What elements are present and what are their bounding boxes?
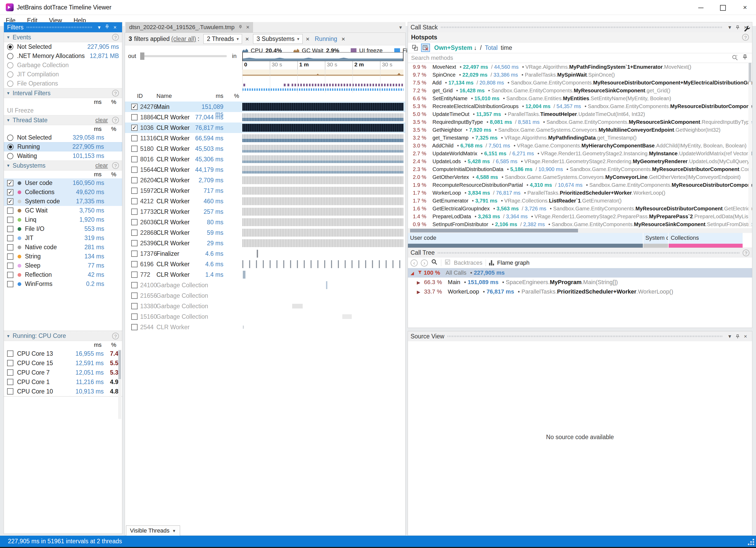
- interval-filters-section-header[interactable]: ▾ Interval Filters ?: [4, 88, 122, 98]
- sort-total-link[interactable]: Total: [485, 44, 498, 51]
- hotspot-row[interactable]: 6.6 % SetEntityName 15,010 ms Sandbox.Ga…: [408, 94, 752, 102]
- radio-button[interactable]: [7, 135, 13, 141]
- pin-icon[interactable]: [734, 24, 742, 30]
- subsystem-row[interactable]: WinForms 0.2 ms: [4, 279, 122, 288]
- thread-checkbox[interactable]: [131, 125, 138, 131]
- visible-threads-button[interactable]: Visible Threads ▼: [126, 525, 180, 536]
- hotspot-row[interactable]: 3.5 % GetNeighbor 7,920 ms Sandbox.Game.…: [408, 126, 752, 134]
- pin-icon[interactable]: [103, 24, 111, 30]
- thread-checkbox[interactable]: [131, 198, 138, 204]
- checkbox[interactable]: [7, 388, 13, 394]
- cpu-core-row[interactable]: CPU Core 13 16,955 ms 7.4: [4, 349, 122, 358]
- follow-stack-icon[interactable]: [411, 44, 419, 52]
- collapse-icon[interactable]: ▾: [7, 117, 9, 123]
- subsystem-row[interactable]: System code 17,335 ms: [4, 197, 122, 206]
- chevron-down-icon[interactable]: ▾: [237, 36, 239, 41]
- thread-checkbox[interactable]: [131, 114, 138, 120]
- subsystem-row[interactable]: File I/O 553 ms: [4, 224, 122, 234]
- event-filter-row[interactable]: File Operations: [4, 79, 122, 88]
- back-icon[interactable]: ‹: [411, 260, 418, 267]
- hotspot-row[interactable]: 9.9 % MoveNext 22,497 ms 44,560 ms VRage…: [408, 63, 752, 71]
- thread-row[interactable]: 24100 Garbage Collection: [125, 280, 405, 290]
- checkbox[interactable]: [7, 198, 13, 205]
- thread-checkbox[interactable]: [131, 156, 138, 162]
- thread-checkbox[interactable]: [131, 219, 138, 225]
- zoom-slider-handle[interactable]: [140, 52, 144, 60]
- checkbox[interactable]: [7, 254, 13, 260]
- hotspots-horizontal-scrollbar[interactable]: [408, 228, 752, 233]
- panel-drag-area[interactable]: [441, 27, 723, 28]
- subsystem-segment[interactable]: Collections: [669, 233, 743, 248]
- thread-checkbox[interactable]: [131, 282, 138, 288]
- call-tree-row[interactable]: ▶ 66.3 % Main 151,089 ms SpaceEngineers.…: [408, 277, 752, 287]
- collapse-icon[interactable]: ▾: [7, 163, 9, 169]
- subsystem-row[interactable]: JIT 319 ms: [4, 234, 122, 243]
- call-tree-row[interactable]: ▶ 33.7 % WorkerLoop 76,817 ms ParallelTa…: [408, 287, 752, 296]
- thread-checkbox[interactable]: [131, 313, 138, 320]
- thread-state-section-header[interactable]: ▾ Thread State clear ?: [4, 115, 122, 125]
- help-icon[interactable]: ?: [743, 250, 749, 256]
- checkbox[interactable]: [7, 379, 13, 385]
- panel-drag-area[interactable]: [27, 27, 92, 28]
- remove-filter-icon[interactable]: ×: [306, 35, 309, 43]
- checkbox[interactable]: [7, 281, 13, 287]
- checkbox[interactable]: [7, 189, 13, 196]
- hotspot-row[interactable]: 2.4 % UpdateLods 5,428 ms 6,585 ms VRage…: [408, 157, 752, 165]
- thread-row[interactable]: 13380 Garbage Collection: [125, 301, 405, 311]
- column-header-percent[interactable]: %: [231, 93, 239, 99]
- checkbox[interactable]: [7, 217, 13, 223]
- thread-checkbox[interactable]: [131, 292, 138, 299]
- thread-checkbox[interactable]: [131, 104, 138, 110]
- panel-drag-area[interactable]: [448, 335, 723, 337]
- collapse-icon[interactable]: ▾: [7, 333, 9, 339]
- thread-row[interactable]: 11316 CLR Worker 66,594 ms: [125, 133, 405, 144]
- hotspot-row[interactable]: 7.5 % Add 17,134 ms 20,808 ms Sandbox.Ga…: [408, 79, 752, 87]
- forward-icon[interactable]: ›: [421, 260, 428, 267]
- hotspot-row[interactable]: 0.9 % SetInputFromDistributor 2,106 ms 2…: [408, 220, 752, 228]
- checkbox[interactable]: [7, 369, 13, 376]
- subsystems-section-header[interactable]: ▾ Subsystems clear ?: [4, 161, 122, 171]
- thread-checkbox[interactable]: [131, 261, 138, 267]
- thread-row[interactable]: 21656 Garbage Collection: [125, 290, 405, 301]
- thread-row[interactable]: 5180 CLR Worker 45,503 ms: [125, 144, 405, 154]
- thread-row[interactable]: 17376 Finalizer 4.6 ms: [125, 249, 405, 259]
- hotspot-row[interactable]: 7.2 % get_Grid 16,428 ms Sandbox.Game.En…: [408, 87, 752, 94]
- chevron-down-icon[interactable]: ▾: [95, 24, 103, 30]
- remove-filter-icon[interactable]: ×: [245, 35, 249, 43]
- wrench-icon[interactable]: [743, 25, 751, 34]
- thread-checkbox[interactable]: [131, 251, 138, 257]
- help-icon[interactable]: ?: [112, 117, 119, 124]
- cpu-core-row[interactable]: CPU Core 15 12,591 ms 5.5: [4, 358, 122, 368]
- subsystem-row[interactable]: String 134 ms: [4, 252, 122, 261]
- pin-icon[interactable]: [734, 333, 742, 339]
- backtraces-icon[interactable]: [444, 259, 451, 267]
- hotspot-row[interactable]: 5.3 % RecreateElectricalDistributionGrou…: [408, 102, 752, 110]
- radio-button[interactable]: [7, 71, 13, 78]
- thread-row[interactable]: 6196 CLR Worker 4.6 ms: [125, 259, 405, 270]
- trace-file-tab[interactable]: dtsn_2022-02-04_191526_.Tuwulem.tmp ×: [125, 22, 253, 33]
- checkbox[interactable]: [7, 272, 13, 278]
- radio-button[interactable]: [7, 44, 13, 50]
- cpu-core-section-header[interactable]: ▾ Running: CPU Core ?: [4, 331, 122, 341]
- timeline-overview-strip[interactable]: [242, 52, 403, 61]
- thread-row[interactable]: 24276 Main 151,089 ms: [125, 102, 405, 112]
- maximize-button[interactable]: [712, 0, 734, 15]
- resize-grip[interactable]: [748, 539, 754, 545]
- help-icon[interactable]: ?: [112, 332, 119, 339]
- close-icon[interactable]: ×: [742, 333, 749, 339]
- checkbox[interactable]: [7, 263, 13, 269]
- column-header-id[interactable]: ID: [137, 93, 143, 99]
- thread-row[interactable]: 1036 CLR Worker 76,817 ms: [125, 123, 405, 133]
- filter-chip-button[interactable]: Running ▾: [314, 34, 338, 44]
- thread-row[interactable]: 26036 CLR Worker 80 ms: [125, 217, 405, 228]
- thread-checkbox[interactable]: [131, 209, 138, 215]
- event-filter-row[interactable]: Not Selected 227,905 ms: [4, 42, 122, 51]
- close-tab-icon[interactable]: ×: [246, 24, 250, 31]
- close-icon[interactable]: ×: [111, 24, 119, 30]
- panel-drag-area[interactable]: [438, 252, 739, 254]
- thread-row[interactable]: 22868 CLR Worker 59 ms: [125, 228, 405, 238]
- call-tree-row[interactable]: ◢ 100 % All Calls 227,905 ms: [408, 268, 752, 277]
- tab-list-chevron-icon[interactable]: ▾: [399, 24, 402, 30]
- thread-row[interactable]: 25396 CLR Worker 29 ms: [125, 238, 405, 249]
- event-filter-row[interactable]: JIT Compilation: [4, 70, 122, 79]
